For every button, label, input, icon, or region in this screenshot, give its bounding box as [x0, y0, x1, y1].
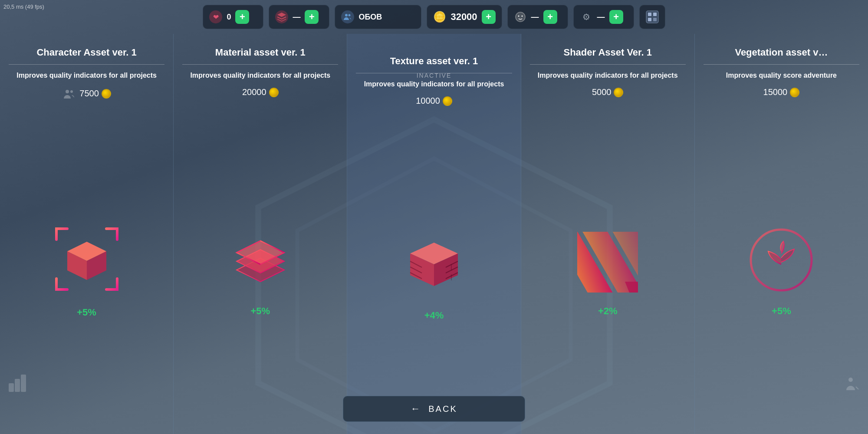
- hud-users-item: ОБОВ: [335, 5, 421, 29]
- face-value: —: [531, 13, 539, 22]
- card-material-title: Material asset ver. 1: [215, 47, 306, 58]
- card-vegetation-title: Vegetation asset v…: [735, 47, 828, 58]
- svg-line-46: [856, 387, 858, 389]
- svg-point-2: [349, 14, 351, 16]
- character-user-icon: [62, 87, 76, 104]
- card-vegetation-icon-area: +5%: [704, 106, 859, 434]
- hud-profile-item[interactable]: [639, 5, 665, 29]
- currency-add-button[interactable]: +: [482, 10, 496, 24]
- plant-icon: [738, 214, 825, 301]
- cards-container: Character Asset ver. 1 Improves quality …: [0, 34, 868, 434]
- hud-layers-item: — +: [269, 5, 329, 29]
- currency-value: 32000: [450, 11, 477, 23]
- card-character-bonus: +5%: [77, 307, 96, 318]
- back-arrow-icon: ←: [411, 403, 421, 414]
- coin-icon-4: [614, 88, 623, 97]
- card-shader-title: Shader Asset Ver. 1: [564, 47, 652, 58]
- card-texture-bonus: +4%: [424, 310, 444, 321]
- card-texture-desc: Improves quality indicators for all proj…: [364, 79, 504, 89]
- card-shader-desc: Improves quality indicators for all proj…: [538, 71, 678, 80]
- svg-rect-8: [653, 13, 657, 16]
- card-character-price-row: 7500: [62, 87, 111, 104]
- back-button[interactable]: ← BACK: [343, 396, 525, 422]
- hud-settings-item: ⚙ — +: [573, 5, 634, 29]
- card-vegetation[interactable]: Vegetation asset v… Improves quality sco…: [695, 34, 868, 434]
- layers-icon: [217, 214, 304, 301]
- svg-rect-9: [648, 18, 651, 21]
- svg-point-3: [516, 12, 525, 22]
- card-vegetation-desc: Improves quality score adventure: [726, 71, 837, 80]
- card-material-bonus: +5%: [250, 306, 270, 317]
- profile-icon: [644, 9, 660, 25]
- card-shader-icon-area: +2%: [530, 106, 686, 434]
- heart-add-button[interactable]: +: [235, 10, 249, 24]
- svg-rect-7: [648, 13, 651, 16]
- back-label: BACK: [428, 404, 457, 414]
- gear-icon: ⚙: [580, 10, 593, 23]
- coin-icon-5: [790, 88, 799, 97]
- card-vegetation-price: 15000: [763, 87, 800, 97]
- card-texture-price: 10000: [416, 96, 452, 106]
- heart-icon: ❤: [209, 10, 222, 23]
- card-texture-icon-area: +4%: [356, 115, 512, 434]
- shader-icon: [564, 214, 651, 301]
- card-shader-price-row: 5000: [592, 87, 624, 102]
- svg-rect-10: [653, 18, 657, 21]
- settings-value: —: [597, 13, 605, 22]
- face-add-button[interactable]: +: [543, 10, 557, 24]
- layers-add-button[interactable]: +: [305, 10, 319, 24]
- users-value: ОБОВ: [358, 13, 382, 22]
- bricks-icon: [391, 219, 477, 306]
- vegetation-extra-icon: [842, 375, 859, 395]
- svg-marker-0: [277, 13, 286, 17]
- card-shader-price: 5000: [592, 87, 624, 97]
- card-material-price: 20000: [242, 87, 279, 97]
- users-icon: [341, 10, 354, 23]
- card-material-desc: Improves quality indicators for all proj…: [190, 71, 330, 80]
- rank-badge-character: [9, 375, 30, 395]
- inactive-label: INACTIVE: [417, 72, 452, 79]
- coin-icon-3: [443, 96, 452, 106]
- card-shader-divider: [530, 64, 686, 65]
- svg-rect-6: [646, 11, 658, 23]
- svg-rect-19: [21, 375, 26, 392]
- card-character-price: 7500: [79, 89, 111, 99]
- card-character-title: Character Asset ver. 1: [36, 47, 136, 58]
- card-shader-bonus: +2%: [598, 306, 618, 317]
- card-shader[interactable]: Shader Asset Ver. 1 Improves quality ind…: [521, 34, 695, 434]
- card-material-price-row: 20000: [242, 87, 279, 102]
- heart-value: 0: [227, 13, 231, 22]
- card-texture-price-row: 10000: [416, 96, 452, 110]
- layers-icon: [275, 10, 288, 23]
- svg-point-45: [848, 378, 853, 382]
- svg-point-5: [521, 16, 523, 17]
- coin-icon: 🪙: [433, 11, 446, 23]
- card-vegetation-price-row: 15000: [763, 87, 800, 102]
- card-material[interactable]: Material asset ver. 1 Improves quality i…: [174, 34, 347, 434]
- coin-icon-2: [269, 88, 279, 97]
- card-material-icon-area: +5%: [182, 106, 338, 434]
- hud-currency-item: 🪙 32000 +: [427, 5, 502, 29]
- card-texture-title: Texture asset ver. 1: [390, 56, 478, 67]
- card-character-divider: [9, 64, 164, 65]
- hud-heart-item: ❤ 0 +: [203, 5, 263, 29]
- hud-face-item: — +: [507, 5, 568, 29]
- card-vegetation-divider: [704, 64, 859, 65]
- face-icon: [514, 10, 527, 23]
- coin-icon-1: [102, 89, 111, 99]
- svg-point-1: [345, 14, 348, 16]
- card-character-icon-area: +5%: [9, 108, 164, 434]
- card-texture[interactable]: INACTIVE Texture asset ver. 1 Improves q…: [347, 34, 521, 434]
- svg-point-12: [70, 90, 73, 93]
- svg-rect-17: [9, 383, 14, 392]
- card-vegetation-bonus: +5%: [772, 306, 791, 317]
- svg-rect-18: [15, 379, 20, 392]
- card-character[interactable]: Character Asset ver. 1 Improves quality …: [0, 34, 174, 434]
- svg-point-4: [518, 16, 519, 17]
- svg-point-11: [66, 90, 69, 93]
- card-character-desc: Improves quality indicators for all proj…: [16, 71, 157, 80]
- card-material-divider: [182, 64, 338, 65]
- cube-icon: [43, 216, 130, 302]
- hud-bar: ❤ 0 + — + ОБОВ 🪙 32000 +: [0, 0, 868, 34]
- settings-add-button[interactable]: +: [609, 10, 623, 24]
